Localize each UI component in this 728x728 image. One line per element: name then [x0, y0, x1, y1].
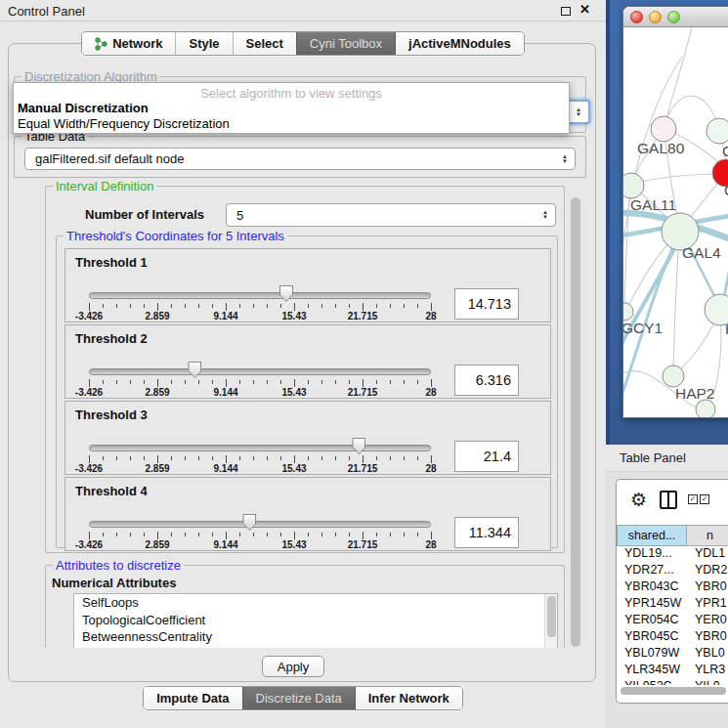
attribute-list-item[interactable]: SelfLoops — [74, 594, 557, 612]
slider-tick — [431, 303, 432, 311]
table-row[interactable]: YBL079WYBL0 — [617, 646, 728, 663]
settings-scrollbar[interactable] — [571, 197, 580, 647]
slider-tick — [280, 304, 281, 308]
column-header-shared-name[interactable]: shared... — [617, 525, 687, 546]
tab-label: Select — [246, 36, 283, 51]
slider-tick — [363, 455, 364, 463]
table-data-combobox[interactable]: galFiltered.sif default node ▲▼ — [24, 148, 576, 170]
network-node[interactable] — [696, 400, 715, 418]
threshold-value-field[interactable]: 21.4 — [454, 441, 519, 472]
slider-tick — [130, 533, 131, 536]
attribute-list-item[interactable]: TopologicalCoefficient — [74, 612, 557, 629]
network-node[interactable] — [663, 365, 684, 387]
mode-tab-discretize-data[interactable]: Discretize Data — [242, 687, 355, 709]
slider-tick — [185, 304, 186, 308]
slider-tick — [308, 380, 309, 384]
network-edge[interactable] — [673, 236, 679, 371]
network-node[interactable] — [623, 173, 644, 198]
network-view-window[interactable]: GAL80GCGAL11GAL4GCY1HHAP2 — [622, 6, 728, 418]
slider-tick — [144, 533, 145, 536]
algorithm-popup-item[interactable]: Equal Width/Frequency Discretization — [18, 116, 230, 131]
numerical-attributes-list[interactable]: SelfLoopsTopologicalCoefficientBetweenne… — [73, 593, 558, 648]
slider-tick — [267, 380, 268, 384]
threshold-slider-track[interactable] — [89, 292, 431, 299]
slider-tick-label: 21.715 — [348, 311, 378, 321]
cell-shared-name: YBR043C — [617, 579, 687, 596]
tab-select[interactable]: Select — [233, 32, 296, 55]
network-edge[interactable] — [623, 235, 682, 355]
num-intervals-value: 5 — [236, 208, 243, 223]
num-intervals-label: Number of Intervals — [85, 207, 204, 222]
network-node[interactable] — [707, 118, 728, 144]
threshold-slider-thumb[interactable] — [352, 438, 365, 454]
threshold-panel: Threshold 2-3.4262.8599.14415.4321.71528… — [64, 324, 551, 399]
zoom-traffic-light-icon[interactable] — [667, 11, 680, 23]
mode-tab-infer-network[interactable]: Infer Network — [355, 687, 462, 709]
tab-jactivemnodules[interactable]: jActiveMNodules — [395, 32, 524, 55]
column-header-name[interactable]: n — [687, 525, 728, 546]
close-icon[interactable]: ✕ — [579, 2, 590, 17]
tab-style[interactable]: Style — [175, 32, 232, 55]
num-intervals-combobox[interactable]: 5 ▲▼ — [226, 203, 556, 227]
slider-tick-label: 15.43 — [281, 387, 306, 398]
threshold-slider-thumb[interactable] — [242, 514, 256, 531]
threshold-panel: Threshold 1-3.4262.8599.14415.4321.71528… — [64, 248, 551, 322]
slider-tick — [103, 533, 104, 536]
float-window-icon[interactable] — [561, 7, 571, 16]
interval-definition-group: Interval Definition Number of Intervals … — [45, 186, 565, 553]
table-row[interactable]: YER054CYER0 — [617, 613, 728, 629]
table-row[interactable]: YDL19...YDL1 — [617, 546, 728, 563]
slider-tick — [417, 533, 418, 536]
table-row[interactable]: YDR27...YDR2 — [617, 563, 728, 579]
network-edge[interactable] — [633, 174, 723, 184]
table-horizontal-scrollbar[interactable] — [621, 687, 726, 695]
close-traffic-light-icon[interactable] — [630, 11, 643, 23]
minimize-traffic-light-icon[interactable] — [649, 11, 662, 23]
split-columns-icon[interactable] — [660, 491, 677, 509]
network-graph[interactable]: GAL80GCGAL11GAL4GCY1HHAP2 — [623, 27, 728, 418]
slider-tick-label: 21.715 — [348, 387, 378, 398]
network-window-titlebar[interactable] — [623, 7, 728, 27]
slider-tick-label: 28 — [425, 463, 436, 474]
threshold-value-field[interactable]: 6.316 — [454, 364, 519, 396]
table-row[interactable]: YPR145WYPR1 — [617, 596, 728, 613]
panel-title: Control Panel — [8, 4, 85, 19]
slider-tick — [89, 303, 90, 311]
cell-shared-name: YER054C — [617, 613, 687, 629]
tab-cyni-toolbox[interactable]: Cyni Toolbox — [296, 32, 395, 55]
slider-tick — [239, 304, 240, 308]
tab-network[interactable]: Network — [82, 32, 175, 55]
select-columns-icon[interactable]: ✓✓ — [688, 494, 709, 504]
algorithm-popup-item[interactable]: Manual Discretization — [18, 101, 149, 115]
threshold-value-field[interactable]: 14.713 — [454, 288, 519, 320]
table-row[interactable]: YBR045CYBR0 — [617, 629, 728, 646]
slider-tick-label: -3.426 — [75, 311, 103, 321]
slider-tick — [144, 456, 145, 460]
slider-tick — [267, 533, 268, 536]
network-edge[interactable] — [664, 27, 692, 129]
threshold-slider-track[interactable] — [89, 445, 431, 451]
threshold-slider-thumb[interactable] — [188, 362, 201, 378]
network-node[interactable] — [623, 303, 633, 321]
table-row[interactable]: YLR345WYLR3 — [617, 663, 728, 679]
settings-gear-icon[interactable]: ⚙ — [630, 488, 647, 513]
network-node[interactable] — [651, 116, 676, 142]
slider-tick-label: 28 — [425, 387, 436, 398]
mode-tab-impute-data[interactable]: Impute Data — [144, 687, 241, 709]
slider-tick — [404, 380, 405, 384]
table-row[interactable]: YBR043CYBR0 — [617, 579, 728, 596]
threshold-slider-track[interactable] — [89, 521, 431, 528]
list-scrollbar[interactable] — [544, 594, 557, 648]
slider-tick — [226, 455, 227, 463]
slider-tick — [308, 456, 309, 460]
slider-tick — [363, 532, 364, 539]
table-row[interactable]: YIL052CYIL0 — [617, 679, 728, 685]
threshold-slider-thumb[interactable] — [279, 285, 293, 302]
cell-shared-name: YBR045C — [617, 629, 687, 646]
network-canvas[interactable]: GAL80GCGAL11GAL4GCY1HHAP2 — [623, 27, 728, 418]
attribute-list-item[interactable]: BetweennessCentrality — [74, 628, 557, 646]
threshold-slider-track[interactable] — [89, 368, 431, 375]
slider-tick — [157, 379, 158, 387]
threshold-value-field[interactable]: 11.344 — [454, 517, 519, 548]
apply-button[interactable]: Apply — [262, 656, 324, 677]
